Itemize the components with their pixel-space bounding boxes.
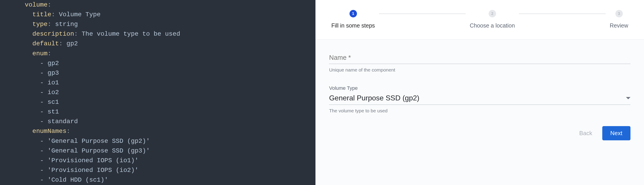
form-area: Unique name of the component Volume Type…	[316, 40, 644, 185]
step-1-circle: 1	[350, 10, 357, 17]
yaml-code-pane: volume: title: Volume Type type: string …	[0, 0, 316, 185]
form-pane: 1 Fill in some steps 2 Choose a location…	[316, 0, 644, 185]
name-input[interactable]	[329, 54, 630, 64]
step-3-circle: 3	[615, 10, 623, 17]
name-helper: Unique name of the component	[329, 67, 630, 73]
stepper-connector	[519, 14, 606, 14]
volume-type-value: General Purpose SSD (gp2)	[329, 94, 419, 102]
volume-type-select[interactable]: General Purpose SSD (gp2)	[329, 92, 630, 105]
next-button[interactable]: Next	[602, 126, 630, 140]
step-2-circle: 2	[489, 10, 496, 17]
stepper-connector	[379, 14, 466, 14]
step-2-label: Choose a location	[470, 22, 515, 29]
back-button: Back	[579, 130, 592, 137]
step-3-label: Review	[610, 22, 628, 29]
stepper: 1 Fill in some steps 2 Choose a location…	[316, 0, 644, 40]
step-1[interactable]: 1 Fill in some steps	[331, 10, 375, 29]
volume-type-helper: The volume type to be used	[329, 108, 630, 114]
step-1-label: Fill in some steps	[331, 22, 375, 29]
form-actions: Back Next	[329, 126, 630, 140]
volume-type-label: Volume Type	[329, 85, 630, 91]
step-2[interactable]: 2 Choose a location	[470, 10, 515, 29]
step-3[interactable]: 3 Review	[610, 10, 628, 29]
volume-type-field: Volume Type General Purpose SSD (gp2) Th…	[329, 85, 630, 114]
chevron-down-icon	[626, 97, 630, 99]
name-field: Unique name of the component	[329, 54, 630, 73]
